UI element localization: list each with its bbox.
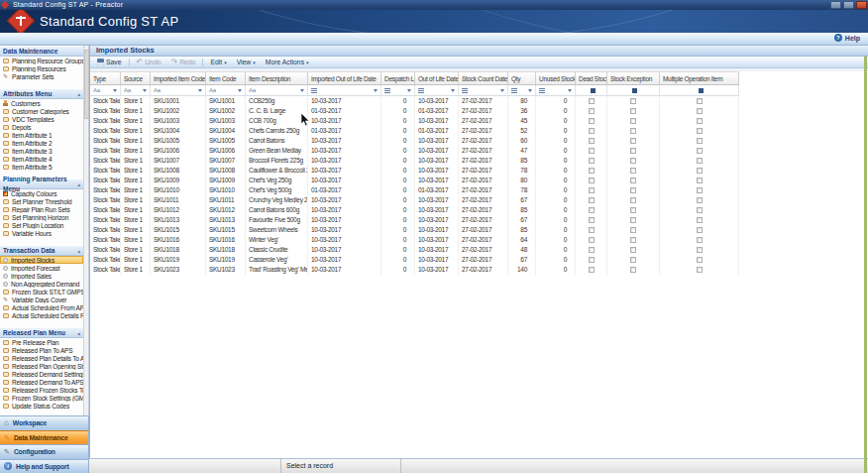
dead_stock-checkbox[interactable] [589,168,595,174]
cell-imported_item_code[interactable]: SKU1023 [151,265,206,275]
cell-item_description[interactable]: Carrot Batons [246,136,308,146]
stock_exception-checkbox[interactable] [630,148,636,154]
cell-qty[interactable]: 36 [508,106,536,116]
cell-item_description[interactable]: C. C. B. Large [246,106,308,116]
cell-source[interactable]: Store 1 [121,146,151,156]
sidebar-item-actual-scheduled-from-aps[interactable]: Actual Scheduled From APS [0,303,83,311]
cell-type[interactable]: Stock Take [90,156,121,166]
cell-imported_item_code[interactable]: SKU1015 [151,225,206,235]
multiple_operation_item-checkbox[interactable] [697,217,703,223]
cell-unused_stock[interactable]: 0 [536,225,576,235]
cell-item_code[interactable]: SKU1005 [206,136,246,146]
sidebar-section-header-planning-parameters-menu[interactable]: Planning Parameters Menu▴ [0,178,83,189]
checkbox-filter-icon[interactable] [632,88,637,93]
dead_stock-checkbox[interactable] [589,227,595,233]
cell-type[interactable]: Stock Take [90,126,121,136]
maximize-button[interactable] [843,1,854,9]
cell-stock_count_date[interactable]: 27-02-2017 [459,106,508,116]
cell-stock_count_date[interactable]: 27-02-2017 [459,156,508,166]
filter-cell-stock-exception[interactable] [607,85,660,95]
sidebar-item-set-planning-horizon[interactable]: Set Planning Horizon [0,213,83,221]
dead_stock-checkbox[interactable] [589,128,595,134]
cell-stock_exception[interactable] [607,126,660,136]
cell-source[interactable]: Store 1 [121,106,151,116]
table-row[interactable]: Stock TakeStore 1SKU1011SKU1011Crunchy V… [90,195,739,205]
cell-item_description[interactable]: Broccoli Florets 225g [246,156,308,166]
sidebar-item-parameter-sets[interactable]: ✎Parameter Sets [0,72,83,80]
cell-type[interactable]: Stock Take [90,136,121,146]
cell-despatch_life[interactable]: 0 [381,176,415,185]
cell-out_of_life_date[interactable]: 10-03-2017 [415,265,459,275]
table-row[interactable]: Stock TakeStore 1SKU1012SKU1012Carrot Ba… [90,205,739,215]
cell-dead_stock[interactable] [576,205,607,215]
sidebar-item-released-demand-settings-aps[interactable]: Released Demand Settings (APS) [0,370,83,378]
multiple_operation_item-checkbox[interactable] [697,267,703,273]
cell-imported_out_of_life_date[interactable]: 10-03-2017 [308,176,381,185]
cell-source[interactable]: Store 1 [121,205,151,215]
filter-dropdown-icon[interactable] [528,89,532,92]
cell-out_of_life_date[interactable]: 01-03-2017 [415,126,459,136]
cell-unused_stock[interactable]: 0 [536,215,576,225]
cell-out_of_life_date[interactable]: 01-03-2017 [415,185,459,195]
sidebar-item-customers[interactable]: Customers [0,99,83,107]
cell-type[interactable]: Stock Take [90,215,121,225]
sidebar-item-pre-release-plan[interactable]: Pre Release Plan [0,338,83,346]
sidebar-item-repair-plan-run-sets[interactable]: Repair Plan Run Sets [0,205,83,213]
filter-cell-stock-count-date[interactable] [459,85,508,95]
cell-source[interactable]: Store 1 [121,235,151,245]
cell-stock_count_date[interactable]: 27-02-2017 [459,215,508,225]
stock_exception-checkbox[interactable] [630,118,636,124]
cell-unused_stock[interactable]: 0 [536,176,576,185]
cell-source[interactable]: Store 1 [121,116,151,126]
multiple_operation_item-checkbox[interactable] [697,128,703,134]
cell-despatch_life[interactable]: 0 [381,225,415,235]
cell-qty[interactable]: 85 [508,205,536,215]
cell-dead_stock[interactable] [576,156,607,166]
table-row[interactable]: Stock TakeStore 1SKU1001SKU1001CCB250g10… [90,96,739,106]
edit-menu-button[interactable]: Edit▾ [207,58,229,67]
cell-item_code[interactable]: SKU1023 [206,265,246,275]
multiple_operation_item-checkbox[interactable] [697,247,703,253]
table-row[interactable]: Stock TakeStore 1SKU1023SKU1023Trad' Roa… [90,265,739,275]
cell-out_of_life_date[interactable]: 10-03-2017 [415,245,459,255]
stock_exception-checkbox[interactable] [630,158,636,164]
cell-imported_item_code[interactable]: SKU1019 [151,255,206,265]
nav-help-and-support[interactable]: iHelp and Support [0,459,89,473]
cell-imported_out_of_life_date[interactable]: 10-03-2017 [308,156,381,166]
cell-multiple_operation_item[interactable] [660,265,739,275]
column-header-dead-stock[interactable]: Dead Stock [576,72,607,84]
cell-despatch_life[interactable]: 0 [381,116,415,126]
cell-type[interactable]: Stock Take [90,146,121,156]
stock_exception-checkbox[interactable] [630,128,636,134]
cell-imported_out_of_life_date[interactable]: 10-03-2017 [308,166,381,176]
cell-item_description[interactable]: Chef's Veg 500g [246,185,308,195]
multiple_operation_item-checkbox[interactable] [697,177,703,183]
stock_exception-checkbox[interactable] [630,177,636,183]
cell-multiple_operation_item[interactable] [660,176,739,185]
cell-source[interactable]: Store 1 [121,156,151,166]
cell-imported_item_code[interactable]: SKU1003 [151,116,206,126]
stock_exception-checkbox[interactable] [630,197,636,203]
stock_exception-checkbox[interactable] [630,257,636,263]
stock_exception-checkbox[interactable] [630,227,636,233]
cell-despatch_life[interactable]: 0 [381,126,415,136]
sidebar-item-released-plan-opening-stock[interactable]: Released Plan Opening Stock [0,362,83,370]
cell-imported_out_of_life_date[interactable]: 01-03-2017 [308,185,381,195]
cell-dead_stock[interactable] [576,265,607,275]
cell-item_description[interactable]: Classic Crudite [246,245,308,255]
cell-stock_exception[interactable] [607,106,660,116]
cell-stock_exception[interactable] [607,185,660,195]
sidebar-section-header-transaction-data[interactable]: Transaction Data▴ [0,245,83,256]
sidebar-item-planning-resource-groups[interactable]: Planning Resource Groups [0,57,83,64]
cell-despatch_life[interactable]: 0 [381,195,415,205]
cell-imported_out_of_life_date[interactable]: 10-03-2017 [308,265,381,275]
stock_exception-checkbox[interactable] [630,237,636,243]
sidebar-item-vdc-templates[interactable]: VDC Templates [0,115,83,123]
cell-item_code[interactable]: SKU1013 [206,215,246,225]
sidebar-item-frozen-stock-st-lt-gmps[interactable]: Frozen Stock ST/LT GMPS [0,288,83,296]
cell-out_of_life_date[interactable]: 10-03-2017 [415,166,459,176]
nav-workspace[interactable]: ⌂Workspace [0,415,89,430]
cell-out_of_life_date[interactable]: 01-03-2017 [415,106,459,116]
cell-multiple_operation_item[interactable] [660,146,739,156]
stock_exception-checkbox[interactable] [630,138,636,144]
